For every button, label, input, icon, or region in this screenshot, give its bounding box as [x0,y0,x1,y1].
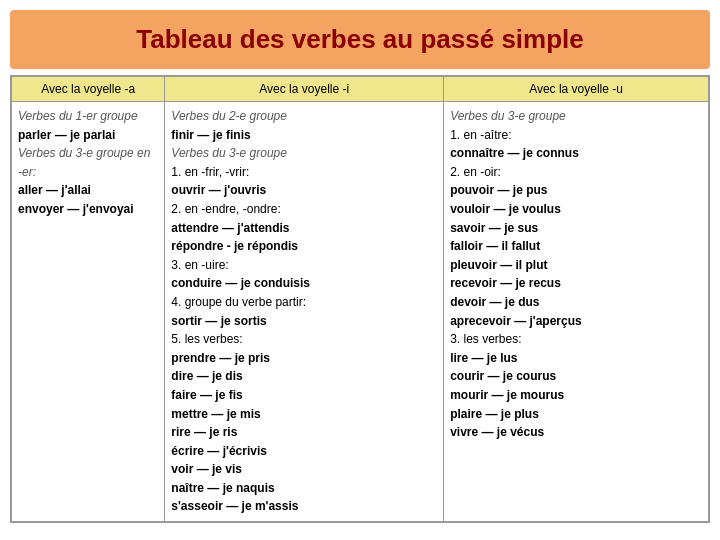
table-header-row: Avec la voyelle -a Avec la voyelle -i Av… [12,77,709,102]
cell-col3: Verbes du 3-e groupe1. en -aître:connaît… [444,102,709,522]
verb-table: Avec la voyelle -a Avec la voyelle -i Av… [11,76,709,522]
main-table-wrapper: Avec la voyelle -a Avec la voyelle -i Av… [10,75,710,523]
header-col3: Avec la voyelle -u [444,77,709,102]
header-col1: Avec la voyelle -a [12,77,165,102]
table-row: Verbes du 1-er groupeparler — je parlaiV… [12,102,709,522]
cell-col1: Verbes du 1-er groupeparler — je parlaiV… [12,102,165,522]
header-col2: Avec la voyelle -i [165,77,444,102]
page-title: Tableau des verbes au passé simple [10,10,710,69]
cell-col2: Verbes du 2-e groupefinir — je finisVerb… [165,102,444,522]
